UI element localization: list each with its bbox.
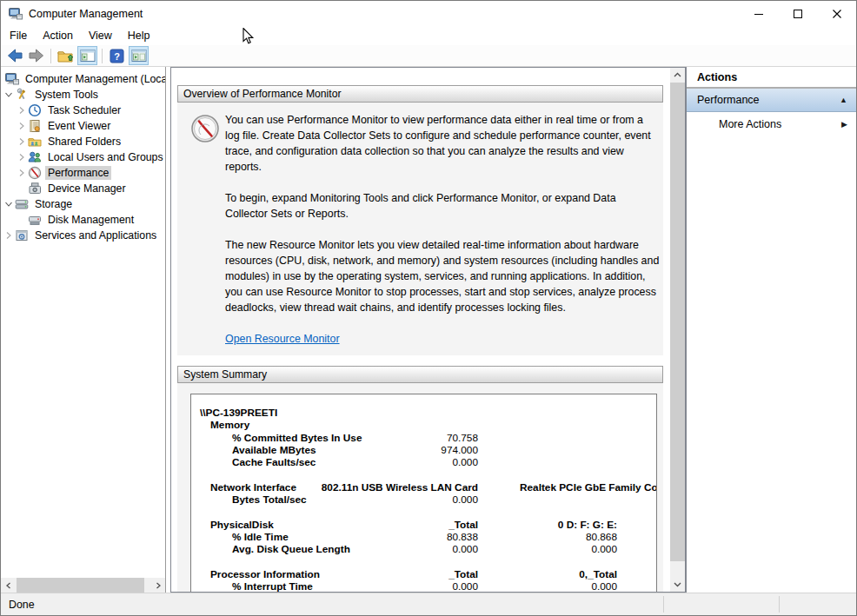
counter-value-col1: _Total: [448, 519, 478, 531]
summary-row-committed-bytes-in-use: % Committed Bytes In Use70.758: [191, 432, 656, 444]
counter-value-col1: 0.000: [452, 543, 478, 555]
tree-indent: [1, 173, 16, 174]
scroll-up-button[interactable]: [670, 68, 685, 83]
counter-label: % Idle Time: [232, 531, 289, 543]
computer-management-app-icon: [9, 7, 23, 21]
tree-item-label: Computer Management (Local: [23, 72, 165, 86]
show-action-pane-icon: [131, 49, 147, 63]
summary-row-bytes-total-sec: Bytes Total/sec0.000: [191, 493, 656, 506]
back-icon: [6, 48, 23, 63]
expander-collapsed-icon[interactable]: [3, 229, 15, 242]
tree-indent: [1, 126, 16, 127]
device-manager-icon: [28, 182, 42, 195]
menu-help[interactable]: Help: [120, 27, 158, 44]
tree-item-label: Device Manager: [45, 182, 129, 195]
counter-value-col1: 80.838: [447, 531, 478, 543]
tree-item-disk-management[interactable]: Disk Management: [1, 212, 165, 228]
collapse-arrow-icon[interactable]: ▲: [840, 96, 847, 104]
actions-panel: Actions Performance ▲ More Actions ▶: [686, 67, 856, 593]
disk-management-icon: [28, 213, 42, 227]
summary-row-memory: Memory: [191, 419, 656, 431]
actions-group-label: Performance: [697, 94, 760, 106]
maximize-icon: [793, 9, 803, 19]
summary-row-network-interface: Network Interface802.11n USB Wireless LA…: [191, 481, 656, 493]
svg-text:?: ?: [114, 50, 120, 61]
menubar: FileActionViewHelp: [1, 26, 856, 45]
scroll-left-button[interactable]: [1, 578, 16, 593]
tree-indent: [1, 220, 16, 221]
scroll-down-button[interactable]: [670, 577, 685, 592]
menu-file[interactable]: File: [2, 27, 35, 44]
expander-expanded-icon[interactable]: [3, 198, 15, 210]
tree-item-performance[interactable]: Performance: [1, 165, 165, 181]
tree-item-local-users-and-groups[interactable]: Local Users and Groups: [1, 149, 165, 165]
expander-collapsed-icon[interactable]: [16, 120, 28, 132]
computer-management-window: Computer Management FileActionViewHelp ?…: [0, 0, 857, 616]
scroll-right-button[interactable]: [150, 578, 165, 593]
close-button[interactable]: [817, 1, 856, 26]
tree-indent: [1, 142, 16, 142]
vertical-scrollbar[interactable]: [670, 68, 685, 592]
expander-expanded-icon[interactable]: [3, 89, 15, 101]
performance-icon: [28, 166, 42, 180]
help-button[interactable]: ?: [107, 46, 127, 65]
maximize-button[interactable]: [778, 1, 817, 26]
more-actions-item[interactable]: More Actions ▶: [687, 112, 856, 136]
scroll-thumb[interactable]: [17, 578, 144, 593]
tree-item-device-manager[interactable]: Device Manager: [1, 181, 165, 196]
expander-collapsed-icon[interactable]: [16, 104, 28, 116]
tree-item-system-tools[interactable]: System Tools: [1, 87, 165, 103]
scroll-thumb[interactable]: [670, 83, 685, 561]
counter-label: Network Interface: [210, 481, 296, 493]
tree-item-label: Shared Folders: [45, 135, 123, 149]
counter-label: % Interrupt Time: [232, 580, 313, 592]
expander-collapsed-icon[interactable]: [16, 167, 28, 179]
counter-label: \\PC-139PREETI: [200, 407, 277, 419]
counter-value-col1: 802.11n USB Wireless LAN Card: [322, 481, 478, 493]
shared-folders-icon: [28, 135, 42, 149]
summary-row-physicaldisk: PhysicalDisk_Total0 D: F: G: E:: [191, 519, 656, 531]
expander-collapsed-icon[interactable]: [16, 151, 28, 163]
tree-item-label: Local Users and Groups: [45, 150, 165, 164]
minimize-icon: [754, 9, 764, 19]
tree-horizontal-scrollbar[interactable]: [1, 578, 165, 593]
minimize-button[interactable]: [739, 1, 778, 26]
expander-spacer: [16, 214, 28, 226]
tree-item-label: Task Scheduler: [45, 103, 123, 117]
tree-item-event-viewer[interactable]: Event Viewer: [1, 118, 165, 134]
menu-action[interactable]: Action: [35, 27, 81, 44]
counter-value-col1: 0.000: [452, 456, 478, 468]
counter-label: PhysicalDisk: [210, 519, 274, 531]
computer-icon: [5, 72, 19, 86]
expander-collapsed-icon[interactable]: [16, 136, 28, 148]
status-bar: Done: [1, 593, 856, 615]
forward-icon: [28, 48, 45, 63]
forward-button[interactable]: [26, 46, 46, 65]
counter-value-col1: 0.000: [452, 493, 478, 506]
summary-spacer-row: [191, 556, 656, 568]
close-icon: [832, 9, 842, 19]
counter-value-col2: Realtek PCIe GbE Family Cont: [520, 481, 656, 493]
tree-item-label: Services and Applications: [32, 229, 159, 242]
show-console-tree-icon: [80, 49, 96, 63]
tree-item-services-and-applications[interactable]: Services and Applications: [1, 228, 165, 243]
menu-view[interactable]: View: [81, 27, 120, 44]
toolbar-separator: [102, 49, 103, 63]
tree-item-shared-folders[interactable]: Shared Folders: [1, 134, 165, 149]
console-tree-panel: Computer Management (LocalSystem ToolsTa…: [1, 67, 166, 593]
summary-row-idle-time: % Idle Time80.83880.868: [191, 531, 656, 543]
actions-group-performance[interactable]: Performance ▲: [687, 89, 856, 112]
back-button[interactable]: [4, 46, 24, 65]
open-resource-monitor-link[interactable]: Open Resource Monitor: [225, 333, 340, 345]
expander-spacer: [16, 182, 28, 195]
folder-up-button[interactable]: [56, 46, 76, 65]
tree-item-computer-management-local[interactable]: Computer Management (Local: [1, 71, 165, 87]
window-title: Computer Management: [29, 8, 143, 20]
tree-item-label: Storage: [32, 197, 75, 211]
tree-item-storage[interactable]: Storage: [1, 196, 165, 212]
show-action-pane-button[interactable]: [129, 46, 149, 65]
overview-section-body: You can use Performance Monitor to view …: [177, 103, 663, 355]
tree-item-task-scheduler[interactable]: Task Scheduler: [1, 103, 165, 118]
counter-value-col2: 0.000: [591, 580, 617, 592]
show-console-tree-button[interactable]: [77, 46, 97, 65]
